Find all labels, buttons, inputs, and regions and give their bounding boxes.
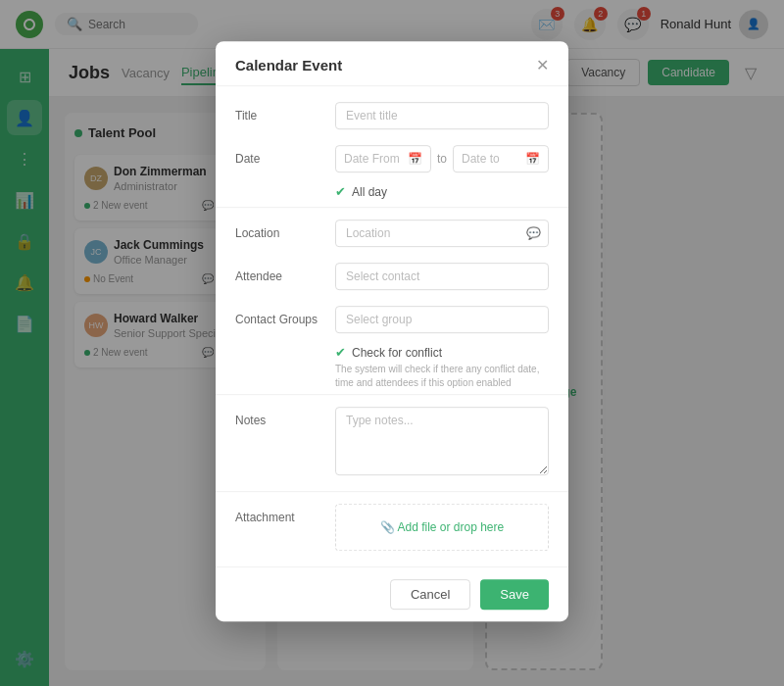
paperclip-icon: 📎 xyxy=(380,520,398,534)
attachment-dropzone[interactable]: 📎 Add file or drop here xyxy=(335,504,549,551)
date-label: Date xyxy=(235,145,323,166)
divider-3 xyxy=(216,491,568,492)
attachment-text: Add file or drop here xyxy=(397,520,504,534)
location-input[interactable] xyxy=(335,220,549,247)
location-row: Location 💬 xyxy=(216,212,568,255)
attendee-input-wrap xyxy=(335,263,549,290)
attachment-row: Attachment 📎 Add file or drop here xyxy=(216,496,568,559)
notes-input-wrap xyxy=(335,407,549,479)
contact-groups-input[interactable] xyxy=(335,306,549,333)
date-to-placeholder: Date to xyxy=(462,152,500,166)
attendee-input[interactable] xyxy=(335,263,549,290)
date-from-placeholder: Date From xyxy=(344,152,400,166)
attendee-label: Attendee xyxy=(235,263,323,283)
check-conflict-row: ✔ Check for conflict The system will che… xyxy=(216,341,568,390)
allday-row: ✔ All day xyxy=(216,180,568,203)
calendar-from-icon: 📅 xyxy=(408,152,422,166)
date-inputs-wrap: Date From 📅 to Date to 📅 xyxy=(335,145,549,172)
calendar-to-icon: 📅 xyxy=(525,152,540,166)
modal-body: Title Date Date From 📅 to Date to 📅 xyxy=(216,86,568,566)
modal-header: Calendar Event ✕ xyxy=(216,41,568,86)
date-to-input[interactable]: Date to 📅 xyxy=(453,145,549,172)
cancel-button[interactable]: Cancel xyxy=(390,579,470,610)
calendar-event-modal: Calendar Event ✕ Title Date Date From 📅 … xyxy=(216,41,568,621)
title-input[interactable] xyxy=(335,102,549,129)
modal-title: Calendar Event xyxy=(235,57,342,74)
modal-footer: Cancel Save xyxy=(216,566,568,621)
title-row: Title xyxy=(216,94,568,137)
divider-2 xyxy=(216,394,568,395)
attendee-row: Attendee xyxy=(216,255,568,298)
location-input-wrap: 💬 xyxy=(335,220,549,247)
attachment-input-wrap: 📎 Add file or drop here xyxy=(335,504,549,551)
date-inputs: Date From 📅 to Date to 📅 xyxy=(335,145,549,172)
divider-1 xyxy=(216,207,568,208)
allday-check-icon: ✔ xyxy=(335,184,346,199)
check-conflict-label: ✔ Check for conflict xyxy=(335,345,549,360)
notes-row: Notes xyxy=(216,399,568,487)
notes-textarea[interactable] xyxy=(335,407,549,475)
date-separator: to xyxy=(437,152,447,166)
attachment-label: Attachment xyxy=(235,504,323,524)
location-label: Location xyxy=(235,220,323,240)
date-row: Date Date From 📅 to Date to 📅 xyxy=(216,137,568,180)
conflict-check-icon: ✔ xyxy=(335,345,346,360)
title-input-wrap xyxy=(335,102,549,129)
contact-groups-input-wrap xyxy=(335,306,549,333)
conflict-description: The system will check if there any confl… xyxy=(335,363,549,390)
message-icon: 💬 xyxy=(526,226,541,240)
contact-groups-row: Contact Groups xyxy=(216,298,568,341)
notes-label: Notes xyxy=(235,407,323,427)
contact-groups-label: Contact Groups xyxy=(235,306,323,326)
save-button[interactable]: Save xyxy=(480,579,549,610)
date-from-input[interactable]: Date From 📅 xyxy=(335,145,431,172)
allday-label: All day xyxy=(352,185,387,199)
title-label: Title xyxy=(235,102,323,122)
modal-close-button[interactable]: ✕ xyxy=(536,58,549,74)
